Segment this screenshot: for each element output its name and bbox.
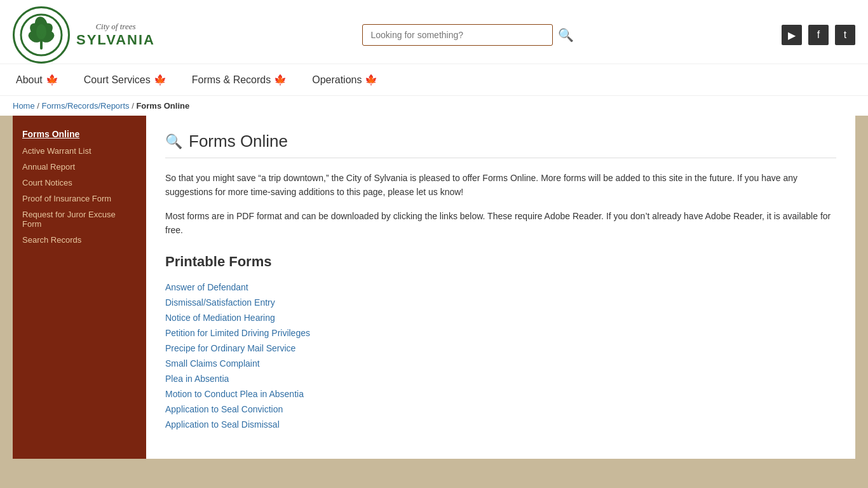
main-content: 🔍 Forms Online So that you might save “a… — [146, 116, 855, 459]
intro-paragraph-2: Most forms are in PDF format and can be … — [165, 209, 836, 238]
city-of-trees-text: City of trees — [95, 22, 135, 32]
nav-court-services-label: Court Services — [84, 74, 151, 86]
twitter-icon[interactable]: t — [835, 25, 855, 45]
form-link-petition-driving[interactable]: Petition for Limited Driving Privileges — [165, 325, 836, 341]
logo-circle — [13, 6, 70, 64]
nav-court-services-leaf: 🍁 — [154, 74, 166, 86]
form-link-plea-absentia[interactable]: Plea in Absentia — [165, 371, 836, 386]
sidebar-title[interactable]: Forms Online — [13, 125, 146, 143]
search-button[interactable]: 🔍 — [558, 27, 574, 43]
form-link-dismissal-satisfaction[interactable]: Dismissal/Satisfaction Entry — [165, 295, 836, 310]
nav-about[interactable]: About 🍁 — [13, 64, 62, 95]
page-search-icon: 🔍 — [165, 133, 182, 150]
logo-area: City of trees SYLVANIA — [13, 6, 155, 64]
breadcrumb: Home / Forms/Records/Reports / Forms Onl… — [0, 95, 868, 116]
search-input[interactable] — [362, 24, 553, 46]
sidebar-item-proof-insurance[interactable]: Proof of Insurance Form — [13, 191, 146, 207]
nav-court-services[interactable]: Court Services 🍁 — [81, 64, 170, 95]
city-name-text: SYLVANIA — [76, 32, 155, 48]
sidebar-item-court-notices[interactable]: Court Notices — [13, 175, 146, 191]
printable-forms-heading: Printable Forms — [165, 254, 836, 270]
page-title: Forms Online — [189, 132, 288, 151]
form-link-answer-defendant[interactable]: Answer of Defendant — [165, 280, 836, 295]
sidebar: Forms Online Active Warrant List Annual … — [13, 116, 146, 459]
sidebar-item-active-warrant[interactable]: Active Warrant List — [13, 143, 146, 159]
search-area: 🔍 — [362, 24, 574, 46]
content-area: Forms Online Active Warrant List Annual … — [0, 116, 868, 471]
nav-about-leaf: 🍁 — [46, 74, 58, 86]
intro-paragraph-1: So that you might save “a trip downtown,… — [165, 171, 836, 200]
nav-forms-records[interactable]: Forms & Records 🍁 — [189, 64, 290, 95]
breadcrumb-home[interactable]: Home — [13, 101, 35, 111]
nav-operations-leaf: 🍁 — [365, 74, 377, 86]
form-link-seal-conviction[interactable]: Application to Seal Conviction — [165, 402, 836, 417]
nav-forms-records-label: Forms & Records — [192, 74, 271, 86]
svg-point-7 — [36, 24, 46, 39]
breadcrumb-forms-records[interactable]: Forms/Records/Reports — [42, 101, 130, 111]
search-icon: 🔍 — [558, 28, 574, 42]
social-icons: ▶ f t — [782, 25, 855, 45]
facebook-icon[interactable]: f — [808, 25, 829, 45]
form-link-small-claims[interactable]: Small Claims Complaint — [165, 356, 836, 371]
youtube-icon[interactable]: ▶ — [782, 25, 802, 45]
nav-forms-records-leaf: 🍁 — [274, 74, 287, 86]
page-heading: 🔍 Forms Online — [165, 132, 836, 158]
form-link-notice-mediation[interactable]: Notice of Mediation Hearing — [165, 310, 836, 325]
svg-rect-6 — [40, 38, 43, 50]
sidebar-item-search-records[interactable]: Search Records — [13, 232, 146, 248]
sidebar-item-annual-report[interactable]: Annual Report — [13, 159, 146, 175]
nav-operations-label: Operations — [312, 74, 362, 86]
nav-bar: About 🍁 Court Services 🍁 Forms & Records… — [0, 64, 868, 95]
form-link-seal-dismissal[interactable]: Application to Seal Dismissal — [165, 417, 836, 432]
form-link-precipe-mail[interactable]: Precipe for Ordinary Mail Service — [165, 341, 836, 356]
form-link-motion-plea-absentia[interactable]: Motion to Conduct Plea in Absentia — [165, 386, 836, 402]
nav-about-label: About — [16, 74, 43, 86]
header: City of trees SYLVANIA 🔍 ▶ f t — [0, 0, 868, 64]
sidebar-item-juror-excuse[interactable]: Request for Juror Excuse Form — [13, 207, 146, 232]
breadcrumb-current: Forms Online — [136, 101, 189, 111]
nav-operations[interactable]: Operations 🍁 — [309, 64, 381, 95]
logo-text: City of trees SYLVANIA — [76, 22, 155, 48]
